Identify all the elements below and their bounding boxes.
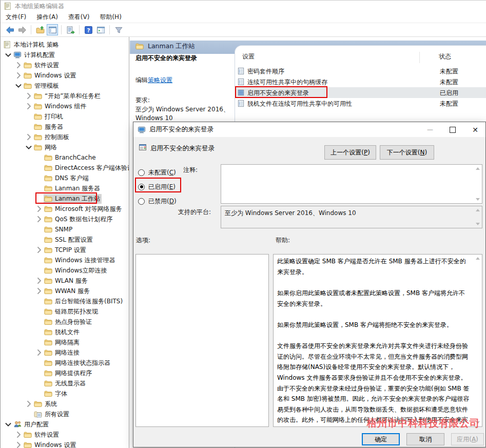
comment-textarea[interactable] [221,164,482,204]
close-button[interactable]: ✕ [464,122,486,137]
tree-item[interactable]: 本地计算机 策略 [1,40,129,50]
settings-row[interactable]: 密码套件顺序未配置 [235,66,486,76]
tree-item[interactable]: Microsoft 对等网络服务 [1,204,129,214]
folder-icon [44,246,52,254]
tree-item[interactable]: BranchCache [1,152,129,163]
tree-expand-arrow[interactable] [24,93,33,99]
ok-button[interactable]: 确定 [362,433,400,445]
tree-expand-arrow[interactable] [24,134,33,140]
radio-button-icon[interactable] [138,198,145,205]
tree-item[interactable]: Windows 组件 [1,101,129,111]
tree-item[interactable]: 所有设置 [1,409,129,419]
tree-expand-arrow[interactable] [14,442,23,448]
column-header-status[interactable]: 状态 [439,52,451,61]
tree-item[interactable]: 软件设置 [1,430,129,440]
tree-expand-arrow[interactable] [24,103,33,109]
radio-button-icon[interactable] [138,169,145,176]
tree-expand-arrow[interactable] [34,216,44,222]
tree-expand-arrow[interactable] [14,62,23,68]
tree-item[interactable]: DNS 客户端 [1,173,129,183]
forward-icon[interactable] [16,24,28,35]
tree-item[interactable]: Windows 连接管理器 [1,255,129,265]
help-icon[interactable]: ? [83,24,94,35]
column-header-setting[interactable]: 设置 [242,52,255,61]
settings-row[interactable]: 连续可用性共享中的句柄缓存未配置 [235,76,486,87]
tree-item[interactable]: Lanman 服务器 [1,183,129,193]
edit-policy-link[interactable]: 策略设置 [148,76,172,84]
tree-item[interactable]: 系统 [1,399,129,409]
tree-item[interactable]: WWAN 服务 [1,286,129,296]
tree-expand-arrow[interactable] [14,72,23,79]
help-box[interactable]: 此策略设置确定 SMB 客户端是否允许在 SMB 服务器上进行不安全的来宾登录。… [273,254,482,427]
tree-item[interactable]: Windows 设置 [1,70,129,81]
tree-expand-arrow[interactable] [34,206,44,212]
tree-expand-arrow[interactable] [24,401,33,407]
menu-view[interactable]: 查看(V) [63,12,95,23]
up-one-level-icon[interactable] [34,24,46,35]
tree-expand-arrow[interactable] [34,247,44,253]
tree-item[interactable]: 网络连接 [1,347,129,358]
action-pane-icon[interactable] [95,24,106,35]
tree-expand-arrow[interactable] [4,421,13,427]
tree-item[interactable]: 链路层拓扑发现 [1,306,129,317]
tree-expand-arrow[interactable] [34,288,44,294]
tree-expand-arrow[interactable] [34,278,44,284]
tree-item[interactable]: 后台智能传送服务(BITS) [1,296,129,306]
tree-expand-arrow[interactable] [34,349,44,356]
previous-setting-button[interactable]: 上一个设置(P) [324,145,376,160]
tree-item[interactable]: WLAN 服务 [1,276,129,286]
tree-expand-arrow[interactable] [4,52,13,58]
tree-item[interactable]: Windows立即连接 [1,265,129,276]
tree-item[interactable]: QoS 数据包计划程序 [1,214,129,224]
tree-expand-arrow[interactable] [14,83,23,89]
tree-item[interactable]: 控制面板 [1,132,129,142]
radio-option[interactable]: 已禁用(D) [138,196,177,206]
back-icon[interactable] [4,24,15,35]
tree-item[interactable]: DirectAccess 客户端体验设置 [1,163,129,173]
export-list-icon[interactable] [65,24,76,35]
scroll-up-icon[interactable] [476,167,480,170]
radio-option[interactable]: 未配置(C) [138,167,176,178]
tree-item[interactable]: 网络连接状态指示器 [1,358,129,368]
tree-item[interactable]: 脱机文件 [1,327,129,337]
tree-item[interactable]: 热点身份验证 [1,317,129,327]
tree-item[interactable]: Windows 设置 [1,440,129,448]
cancel-button[interactable]: 取消 [406,433,444,445]
tree-item[interactable]: 字体 [1,388,129,399]
maximize-button[interactable] [441,122,464,137]
tree-item[interactable]: 打印机 [1,111,129,122]
scroll-up-icon[interactable] [476,209,480,211]
tree-expand-arrow[interactable] [14,432,23,438]
tree-item-label: DirectAccess 客户端体验设置 [55,164,129,172]
tree-expand-arrow[interactable] [24,144,33,150]
tree-item[interactable]: 网络隔离 [1,337,129,347]
scroll-down-icon[interactable] [476,198,480,201]
supported-on-value: 至少为 Windows Server 2016、Windows 10 [225,209,472,218]
window-titlebar[interactable]: 本地组策略编辑器 [1,1,486,12]
filter-icon[interactable] [113,24,124,35]
tree-item[interactable]: 用户配置 [1,419,129,430]
next-setting-button[interactable]: 下一个设置(N) [380,145,434,160]
tree-item[interactable]: 无线显示器 [1,378,129,388]
policy-doc-icon [237,67,245,75]
console-tree-icon[interactable] [47,24,58,35]
scroll-up-icon[interactable] [476,257,480,260]
menu-file[interactable]: 文件(F) [1,12,31,23]
tree-item[interactable]: 管理模板 [1,81,129,91]
menu-action[interactable]: 操作(A) [31,12,63,23]
tree-item[interactable]: 网络 [1,142,129,152]
tree-item[interactable]: 服务器 [1,122,129,132]
scroll-down-icon[interactable] [476,223,480,225]
tree-item[interactable]: SSL 配置设置 [1,235,129,245]
tree-item[interactable]: SNMP [1,224,129,235]
settings-row[interactable]: 脱机文件在连续可用性共享中的可用性未配置 [235,98,486,109]
tree-item[interactable]: TCPIP 设置 [1,245,129,255]
console-tree[interactable]: 本地计算机 策略计算机配置软件设置Windows 设置管理模板“开始”菜单和任务… [1,37,129,448]
tree-item[interactable]: 计算机配置 [1,50,129,60]
tree-item[interactable]: “开始”菜单和任务栏 [1,91,129,101]
tree-item-label: Windows 设置 [34,441,76,448]
tree-item[interactable]: 软件设置 [1,60,129,70]
column-separator[interactable] [419,52,420,63]
menu-help[interactable]: 帮助(H) [94,12,126,23]
tree-item[interactable]: 网络提供程序 [1,368,129,378]
